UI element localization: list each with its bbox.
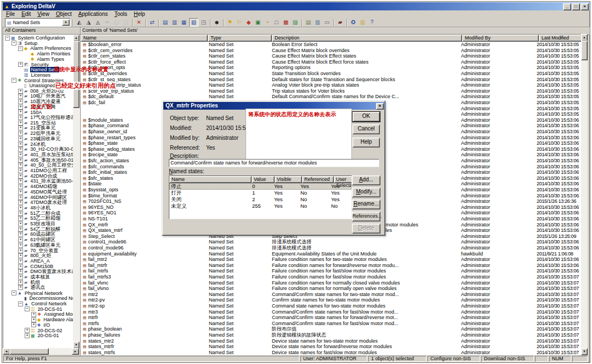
expand-icon[interactable]: + bbox=[18, 105, 23, 110]
delete-icon[interactable]: ✕ bbox=[135, 19, 143, 26]
states-column-user-selectable[interactable]: User Selectable bbox=[334, 176, 352, 183]
cut-icon[interactable]: ✂ bbox=[103, 19, 111, 26]
recipe-studio-icon[interactable]: ▨ bbox=[291, 19, 299, 26]
expand-icon[interactable]: + bbox=[18, 269, 23, 274]
table-row[interactable]: ▤phase_booleanNamed Set阶段布尔值Administrato… bbox=[81, 326, 583, 332]
expand-icon[interactable]: + bbox=[31, 317, 36, 322]
details-view-icon[interactable]: ▧ bbox=[189, 18, 198, 27]
filter-view-icon[interactable]: ◳ bbox=[200, 19, 208, 26]
expand-icon[interactable]: + bbox=[18, 259, 23, 264]
table-row[interactable]: ▤control_mode96Named Set排渣系统模式选择Administ… bbox=[81, 245, 583, 251]
tree-item-control-network[interactable]: −▲Control Network bbox=[3, 301, 67, 306]
expand-icon[interactable]: + bbox=[18, 275, 23, 280]
table-row[interactable]: ▤$ctlr_st_seq_statesNamed SetDefault sta… bbox=[81, 77, 583, 83]
table-row[interactable]: ▤fail_mtrfsNamed SetFailure condition na… bbox=[81, 268, 583, 274]
table-row[interactable]: ▤mtr2-spNamed SetCommand state names for… bbox=[81, 303, 583, 309]
collapse-icon[interactable]: − bbox=[18, 302, 23, 306]
sheet-icon[interactable]: ▥ bbox=[314, 19, 322, 26]
assign-icon[interactable]: ⚐ bbox=[235, 19, 243, 26]
table-row[interactable]: ▤fail_vlvncNamed SetFailure condition na… bbox=[81, 280, 583, 286]
film-icon[interactable]: ▰ bbox=[336, 19, 344, 26]
tree-item-security[interactable]: +◩Security bbox=[3, 62, 50, 67]
table-vertical-scrollbar[interactable]: ▲ ▼ bbox=[581, 34, 588, 355]
tree-item-alarm-preferences[interactable]: −◆Alarm Preferences bbox=[3, 46, 72, 51]
expand-icon[interactable]: + bbox=[18, 142, 23, 147]
table-row[interactable]: ▤mtr2-pvNamed SetConfirm state names for… bbox=[81, 297, 583, 303]
table-row[interactable]: ▤mtr3Named SetCommand/Confirm state name… bbox=[81, 309, 583, 315]
named-state-row[interactable]: 停止0YesYesYes bbox=[169, 183, 351, 190]
menu-applications[interactable]: Applications bbox=[75, 11, 111, 17]
expand-icon[interactable]: + bbox=[18, 211, 23, 216]
expand-icon[interactable]: + bbox=[18, 99, 23, 104]
expand-icon[interactable]: + bbox=[18, 227, 23, 232]
expand-icon[interactable]: + bbox=[18, 179, 23, 184]
table-row[interactable]: ▤states_mtrfrNamed SetDevice state names… bbox=[81, 344, 583, 350]
tree-item-named-sets[interactable]: ▤Named Sets bbox=[3, 67, 59, 72]
named-state-row[interactable]: 关闭2YesNoYes bbox=[169, 196, 351, 203]
table-row[interactable]: ▤mtrfrNamed SetCommand/Confirm state nam… bbox=[81, 315, 583, 321]
table-row[interactable]: ▤fail_mtrfs3Named SetFailure condition n… bbox=[81, 274, 583, 280]
control-studio-icon[interactable]: ▩ bbox=[282, 19, 290, 26]
rename-button[interactable]: Rename... bbox=[352, 200, 380, 209]
expand-icon[interactable]: + bbox=[18, 243, 23, 248]
context-help-icon[interactable]: ? bbox=[368, 19, 376, 26]
documentation-icon[interactable]: ▥ bbox=[358, 19, 367, 26]
table-row[interactable]: ▤$dc_defaultNamed SetDefault Command/Con… bbox=[81, 94, 583, 100]
states-column-referenced[interactable]: Referenced bbox=[302, 176, 334, 183]
table-row[interactable]: ▤$ctlr_votr_trip_statusNamed SetTrip sta… bbox=[81, 88, 583, 94]
table-row[interactable]: ▤fail_mtr2Named SetFailure condition nam… bbox=[81, 257, 583, 263]
named-states-table[interactable]: NameValueVisibleReferencedUser Selectabl… bbox=[169, 175, 352, 219]
menu-object[interactable]: Object bbox=[53, 11, 75, 17]
table-row[interactable]: ▤$ctlr_report_optsNamed SetReporting opt… bbox=[81, 65, 583, 71]
print-icon[interactable]: ▭ bbox=[323, 19, 331, 26]
menu-help[interactable]: Help bbox=[130, 11, 149, 17]
expand-icon[interactable]: + bbox=[18, 206, 23, 211]
tree-horizontal-scrollbar[interactable]: ◄ ► bbox=[3, 348, 79, 355]
expand-icon[interactable]: + bbox=[18, 200, 23, 205]
add-button[interactable]: Add... bbox=[352, 175, 380, 185]
expand-icon[interactable]: + bbox=[18, 62, 23, 67]
status-download-mode[interactable]: Download non-SIS bbox=[481, 356, 534, 362]
modify-button[interactable]: Modify... bbox=[352, 187, 380, 197]
list-view-icon[interactable]: ▦ bbox=[180, 19, 188, 26]
expand-icon[interactable]: + bbox=[18, 285, 23, 290]
table-row[interactable]: ▤fail_vlvnoNamed SetFailure condition na… bbox=[81, 286, 583, 292]
column-header-type[interactable]: Type bbox=[208, 35, 272, 42]
collapse-icon[interactable]: − bbox=[12, 291, 16, 295]
title-bar[interactable]: ▲ Exploring DeltaV _ □ × bbox=[3, 2, 590, 10]
tree-item-800-火炬[interactable]: +▰800_火炬 bbox=[3, 253, 52, 259]
tree-item-physical-network[interactable]: −▲Physical Network bbox=[3, 291, 64, 296]
tree-item-assigned-modules[interactable]: +❖Assigned Modules bbox=[3, 311, 73, 317]
tree-item-decommissioned-nodes[interactable]: ▮Decommissioned Nodes bbox=[3, 295, 73, 301]
object-type-combobox[interactable]: ▤ Named Sets ▼ bbox=[5, 18, 71, 27]
exchange-icon[interactable]: ⇄ bbox=[148, 19, 156, 26]
tree-hscroll-thumb[interactable] bbox=[9, 348, 49, 355]
collapse-icon[interactable]: − bbox=[12, 78, 16, 83]
unassign-icon[interactable]: ◆ bbox=[244, 19, 253, 26]
close-button[interactable]: × bbox=[580, 3, 589, 10]
expand-icon[interactable]: + bbox=[18, 216, 23, 221]
named-state-row[interactable]: 打开1YesNoYes bbox=[169, 190, 351, 196]
column-header-description[interactable]: Description bbox=[272, 35, 462, 42]
help-button[interactable]: Help bbox=[352, 138, 380, 147]
combobox-dropdown-button[interactable]: ▼ bbox=[62, 19, 70, 26]
tree-item-通讯点[interactable]: +▰通讯点 bbox=[3, 285, 46, 291]
references-button[interactable]: References... bbox=[352, 212, 380, 221]
paste-icon[interactable]: ◲ bbox=[122, 19, 130, 26]
ok-button[interactable]: OK bbox=[352, 112, 380, 122]
expand-icon[interactable]: + bbox=[25, 333, 30, 338]
tree-item-20-os-01[interactable]: +▦20-OS-01 bbox=[3, 333, 60, 338]
delete-button[interactable]: Delete bbox=[352, 224, 380, 234]
collapse-icon[interactable]: − bbox=[5, 36, 10, 41]
expand-icon[interactable]: + bbox=[18, 115, 23, 120]
column-header-last-modified[interactable]: Last Modified bbox=[539, 35, 583, 42]
find-icon[interactable]: ◮ bbox=[84, 19, 93, 26]
expand-icon[interactable]: + bbox=[18, 174, 23, 179]
table-row[interactable]: ▤phase_failuresNamed Set阶段逻辑模块的故障状态Admin… bbox=[81, 332, 583, 338]
table-row[interactable]: ▤$ctlr_force_effectNamed SetCause Effect… bbox=[81, 59, 583, 65]
tree-item-licenses[interactable]: ▥Licenses bbox=[3, 72, 52, 78]
expand-icon[interactable]: + bbox=[18, 168, 23, 173]
table-row[interactable]: ▤$boolean_errorNamed SetBoolean Error Se… bbox=[81, 42, 583, 48]
cancel-button[interactable]: Cancel bbox=[352, 124, 380, 134]
expand-icon[interactable]: + bbox=[18, 136, 23, 141]
